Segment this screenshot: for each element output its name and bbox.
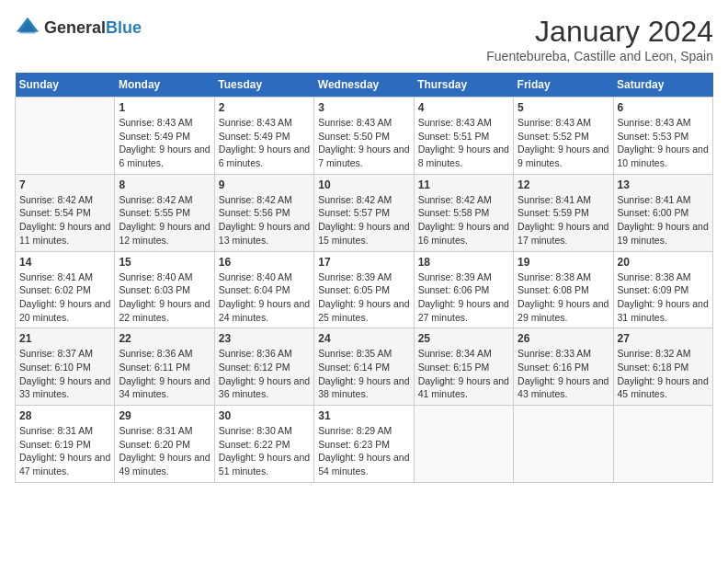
calendar-cell: 30Sunrise: 8:30 AMSunset: 6:22 PMDayligh… [214,406,313,483]
day-number: 25 [418,332,509,345]
day-number: 23 [219,332,310,345]
calendar-week-row: 21Sunrise: 8:37 AMSunset: 6:10 PMDayligh… [16,328,713,406]
calendar-cell: 12Sunrise: 8:41 AMSunset: 5:59 PMDayligh… [514,174,613,251]
calendar-cell: 14Sunrise: 8:41 AMSunset: 6:02 PMDayligh… [16,251,115,328]
day-detail: Sunrise: 8:36 AMSunset: 6:12 PMDaylight:… [219,347,310,401]
calendar-cell: 29Sunrise: 8:31 AMSunset: 6:20 PMDayligh… [115,406,214,483]
day-number: 9 [219,178,310,191]
logo-icon [15,15,40,40]
day-number: 27 [618,332,709,345]
day-number: 13 [618,178,709,191]
calendar-cell: 8Sunrise: 8:42 AMSunset: 5:55 PMDaylight… [115,174,214,251]
calendar-cell: 3Sunrise: 8:43 AMSunset: 5:50 PMDaylight… [314,98,414,175]
calendar-cell: 11Sunrise: 8:42 AMSunset: 5:58 PMDayligh… [414,174,513,251]
day-detail: Sunrise: 8:32 AMSunset: 6:18 PMDaylight:… [618,347,709,401]
day-number: 10 [318,178,409,191]
calendar-cell: 22Sunrise: 8:36 AMSunset: 6:11 PMDayligh… [115,328,214,406]
day-number: 4 [418,101,509,114]
calendar-cell: 10Sunrise: 8:42 AMSunset: 5:57 PMDayligh… [314,174,414,251]
calendar-cell: 21Sunrise: 8:37 AMSunset: 6:10 PMDayligh… [16,328,115,406]
calendar-cell: 6Sunrise: 8:43 AMSunset: 5:53 PMDaylight… [613,98,712,175]
day-number: 1 [119,101,210,114]
calendar-cell: 9Sunrise: 8:42 AMSunset: 5:56 PMDaylight… [214,174,313,251]
calendar-cell: 5Sunrise: 8:43 AMSunset: 5:52 PMDaylight… [514,98,613,175]
day-detail: Sunrise: 8:40 AMSunset: 6:04 PMDaylight:… [219,270,310,325]
calendar-cell: 7Sunrise: 8:42 AMSunset: 5:54 PMDaylight… [16,174,115,251]
day-detail: Sunrise: 8:38 AMSunset: 6:09 PMDaylight:… [618,270,709,325]
calendar-cell: 25Sunrise: 8:34 AMSunset: 6:15 PMDayligh… [414,328,513,406]
day-header-saturday: Saturday [613,73,712,98]
day-detail: Sunrise: 8:41 AMSunset: 6:02 PMDaylight:… [19,270,110,325]
day-detail: Sunrise: 8:43 AMSunset: 5:50 PMDaylight:… [318,116,409,170]
page-header: GeneralBlue January 2024 Fuentebureba, C… [15,15,713,63]
calendar-week-row: 1Sunrise: 8:43 AMSunset: 5:49 PMDaylight… [16,98,713,175]
day-detail: Sunrise: 8:42 AMSunset: 5:57 PMDaylight:… [318,193,409,247]
day-detail: Sunrise: 8:34 AMSunset: 6:15 PMDaylight:… [418,347,509,401]
logo-text-blue: Blue [106,18,142,37]
day-number: 7 [19,178,110,191]
day-header-tuesday: Tuesday [214,73,313,98]
day-number: 3 [318,101,409,114]
day-detail: Sunrise: 8:42 AMSunset: 5:54 PMDaylight:… [19,193,110,247]
day-header-monday: Monday [115,73,214,98]
calendar-cell: 28Sunrise: 8:31 AMSunset: 6:19 PMDayligh… [16,406,115,483]
day-number: 24 [318,332,409,345]
day-number: 5 [518,101,609,114]
day-number: 11 [418,178,509,191]
day-detail: Sunrise: 8:41 AMSunset: 6:00 PMDaylight:… [618,193,709,247]
day-detail: Sunrise: 8:40 AMSunset: 6:03 PMDaylight:… [119,270,210,325]
calendar-week-row: 7Sunrise: 8:42 AMSunset: 5:54 PMDaylight… [16,174,713,251]
calendar-cell [414,406,513,483]
day-header-sunday: Sunday [16,73,115,98]
day-number: 19 [518,256,609,269]
day-number: 12 [518,178,609,191]
calendar-header-row: SundayMondayTuesdayWednesdayThursdayFrid… [16,73,713,98]
day-number: 26 [518,332,609,345]
day-detail: Sunrise: 8:43 AMSunset: 5:51 PMDaylight:… [418,116,509,170]
calendar-table: SundayMondayTuesdayWednesdayThursdayFrid… [15,73,713,483]
day-detail: Sunrise: 8:39 AMSunset: 6:05 PMDaylight:… [318,270,409,325]
day-detail: Sunrise: 8:43 AMSunset: 5:53 PMDaylight:… [618,116,709,170]
calendar-cell: 4Sunrise: 8:43 AMSunset: 5:51 PMDaylight… [414,98,513,175]
day-detail: Sunrise: 8:43 AMSunset: 5:52 PMDaylight:… [518,116,609,170]
day-detail: Sunrise: 8:30 AMSunset: 6:22 PMDaylight:… [219,424,310,478]
day-number: 2 [219,101,310,114]
calendar-cell: 15Sunrise: 8:40 AMSunset: 6:03 PMDayligh… [115,251,214,328]
day-detail: Sunrise: 8:33 AMSunset: 6:16 PMDaylight:… [518,347,609,401]
calendar-cell: 2Sunrise: 8:43 AMSunset: 5:49 PMDaylight… [214,98,313,175]
day-number: 18 [418,256,509,269]
day-header-friday: Friday [514,73,613,98]
month-title: January 2024 [486,15,713,49]
day-header-thursday: Thursday [414,73,513,98]
day-detail: Sunrise: 8:36 AMSunset: 6:11 PMDaylight:… [119,347,210,401]
day-number: 14 [19,256,110,269]
location: Fuentebureba, Castille and Leon, Spain [486,49,713,63]
calendar-cell: 26Sunrise: 8:33 AMSunset: 6:16 PMDayligh… [514,328,613,406]
calendar-cell: 13Sunrise: 8:41 AMSunset: 6:00 PMDayligh… [613,174,712,251]
calendar-cell: 27Sunrise: 8:32 AMSunset: 6:18 PMDayligh… [613,328,712,406]
calendar-cell: 17Sunrise: 8:39 AMSunset: 6:05 PMDayligh… [314,251,414,328]
calendar-cell [514,406,613,483]
day-detail: Sunrise: 8:39 AMSunset: 6:06 PMDaylight:… [418,270,509,325]
calendar-week-row: 14Sunrise: 8:41 AMSunset: 6:02 PMDayligh… [16,251,713,328]
logo-text-general: General [44,18,106,37]
day-number: 20 [618,256,709,269]
calendar-cell: 20Sunrise: 8:38 AMSunset: 6:09 PMDayligh… [613,251,712,328]
logo: GeneralBlue [15,15,142,40]
title-block: January 2024 Fuentebureba, Castille and … [486,15,713,63]
day-number: 16 [219,256,310,269]
day-detail: Sunrise: 8:35 AMSunset: 6:14 PMDaylight:… [318,347,409,401]
day-detail: Sunrise: 8:38 AMSunset: 6:08 PMDaylight:… [518,270,609,325]
day-detail: Sunrise: 8:29 AMSunset: 6:23 PMDaylight:… [318,424,409,478]
day-detail: Sunrise: 8:42 AMSunset: 5:58 PMDaylight:… [418,193,509,247]
day-detail: Sunrise: 8:43 AMSunset: 5:49 PMDaylight:… [219,116,310,170]
calendar-cell: 31Sunrise: 8:29 AMSunset: 6:23 PMDayligh… [314,406,414,483]
day-detail: Sunrise: 8:41 AMSunset: 5:59 PMDaylight:… [518,193,609,247]
day-number: 28 [19,409,110,422]
calendar-week-row: 28Sunrise: 8:31 AMSunset: 6:19 PMDayligh… [16,406,713,483]
day-detail: Sunrise: 8:31 AMSunset: 6:20 PMDaylight:… [119,424,210,478]
day-number: 15 [119,256,210,269]
calendar-cell: 16Sunrise: 8:40 AMSunset: 6:04 PMDayligh… [214,251,313,328]
calendar-cell: 24Sunrise: 8:35 AMSunset: 6:14 PMDayligh… [314,328,414,406]
day-detail: Sunrise: 8:31 AMSunset: 6:19 PMDaylight:… [19,424,110,478]
